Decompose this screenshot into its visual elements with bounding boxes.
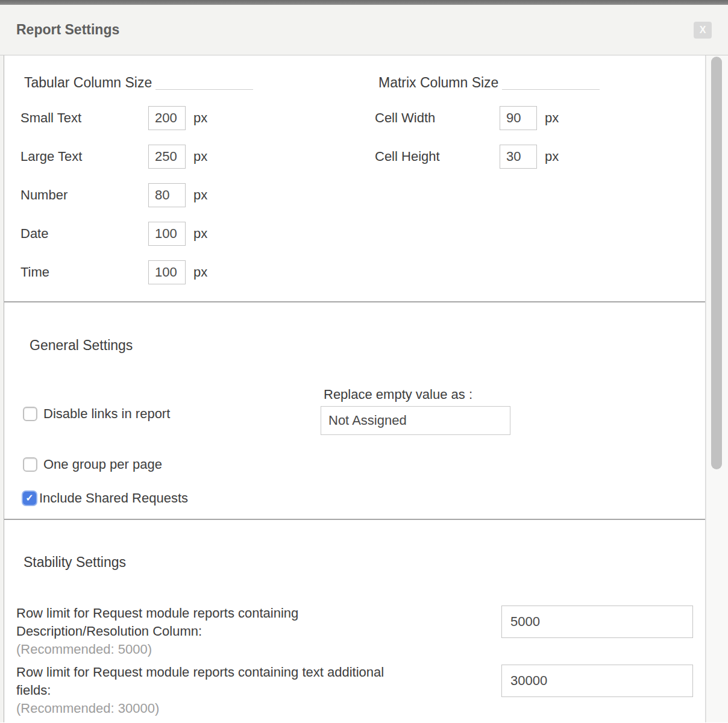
large-text-width-input[interactable] — [148, 145, 186, 169]
additional-fields-row-limit-input[interactable] — [501, 665, 693, 697]
dialog-header: Report Settings X — [0, 5, 728, 55]
cell-width-label: Cell Width — [375, 110, 500, 126]
px-unit-label: px — [193, 264, 207, 280]
additional-fields-row-limit-label: Row limit for Request module reports con… — [16, 663, 495, 718]
heading-underline — [502, 89, 600, 90]
date-label: Date — [20, 226, 148, 242]
px-unit-label: px — [193, 226, 207, 242]
heading-underline — [155, 89, 253, 90]
dialog-content: Tabular Column Size Small Text px Large … — [4, 55, 706, 722]
time-width-input[interactable] — [148, 260, 186, 284]
left-gutter — [0, 55, 4, 722]
general-settings-section: General Settings Replace empty value as … — [4, 302, 705, 520]
one-group-per-page-row: One group per page — [23, 457, 162, 472]
px-unit-label: px — [545, 110, 559, 126]
include-shared-requests-checkbox[interactable]: ✓ — [22, 490, 37, 506]
checkmark-icon: ✓ — [25, 493, 33, 503]
dialog-title: Report Settings — [16, 22, 694, 38]
disable-links-row: Disable links in report — [23, 406, 170, 422]
description-row-limit-label: Row limit for Request module reports con… — [16, 604, 495, 659]
number-label: Number — [20, 187, 148, 203]
size-row-number: Number px — [20, 176, 354, 214]
px-unit-label: px — [193, 110, 207, 126]
size-row-cell-width: Cell Width px — [375, 99, 705, 137]
recommended-note: (Recommended: 5000) — [16, 640, 495, 659]
include-shared-requests-label: Include Shared Requests — [39, 490, 188, 506]
stability-settings-heading: Stability Settings — [24, 554, 126, 571]
disable-links-checkbox[interactable] — [23, 407, 37, 421]
top-window-edge — [0, 0, 728, 5]
replace-empty-value-label: Replace empty value as : — [324, 387, 472, 402]
disable-links-label: Disable links in report — [43, 406, 170, 422]
column-size-section: Tabular Column Size Small Text px Large … — [4, 55, 705, 302]
cell-height-label: Cell Height — [375, 149, 500, 164]
size-row-time: Time px — [20, 253, 354, 292]
close-icon: X — [700, 25, 706, 35]
include-shared-requests-row: ✓ Include Shared Requests — [22, 490, 188, 506]
one-group-per-page-checkbox[interactable] — [23, 457, 37, 472]
scrollbar-thumb[interactable] — [711, 57, 722, 469]
small-text-label: Small Text — [20, 110, 148, 126]
description-row-limit-input[interactable] — [501, 606, 693, 638]
px-unit-label: px — [545, 149, 559, 164]
px-unit-label: px — [193, 187, 207, 203]
size-row-small-text: Small Text px — [20, 99, 354, 137]
time-label: Time — [20, 264, 148, 280]
replace-empty-value-input[interactable] — [321, 406, 510, 435]
cell-height-input[interactable] — [500, 145, 537, 169]
number-width-input[interactable] — [148, 183, 186, 207]
size-row-date: Date px — [20, 214, 354, 253]
cell-width-input[interactable] — [500, 106, 537, 130]
one-group-per-page-label: One group per page — [43, 457, 162, 472]
px-unit-label: px — [193, 149, 207, 164]
size-row-large-text: Large Text px — [20, 137, 354, 176]
size-row-cell-height: Cell Height px — [375, 137, 705, 176]
general-settings-heading: General Settings — [30, 337, 133, 354]
tabular-column-size-heading: Tabular Column Size — [24, 74, 354, 92]
recommended-note: (Recommended: 30000) — [16, 700, 495, 718]
stability-settings-section: Stability Settings Row limit for Request… — [4, 520, 705, 721]
small-text-width-input[interactable] — [148, 106, 186, 130]
scrollbar-track[interactable] — [706, 55, 728, 722]
large-text-label: Large Text — [20, 149, 148, 164]
date-width-input[interactable] — [148, 222, 186, 246]
close-button[interactable]: X — [694, 22, 712, 39]
matrix-column-size-heading: Matrix Column Size — [378, 74, 705, 92]
